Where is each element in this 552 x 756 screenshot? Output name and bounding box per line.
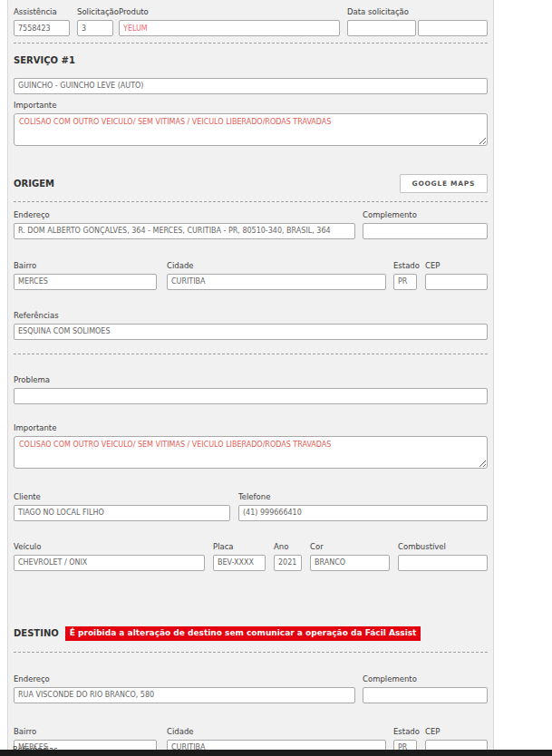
destino-warning-badge: É proibida a alteração de destino sem co… xyxy=(65,626,421,641)
placa-field: Placa xyxy=(213,542,266,571)
service-order-page: Assistência Solicitação Produto Data sol… xyxy=(0,0,552,756)
cliente-field: Cliente xyxy=(14,492,230,521)
separator xyxy=(14,652,488,653)
servico-title: SERVIÇO #1 xyxy=(14,54,488,66)
cliente-input[interactable] xyxy=(14,505,230,521)
produto-input[interactable] xyxy=(119,20,340,36)
ocorrencia-importante-field: Importante COLISAO COM OUTRO VEICULO/ SE… xyxy=(14,423,488,469)
data-solicitacao-date-input[interactable] xyxy=(347,20,416,36)
assistencia-field: Assistência xyxy=(14,7,70,36)
separator xyxy=(14,43,488,44)
ano-field: Ano xyxy=(274,542,302,571)
placa-input[interactable] xyxy=(213,555,266,571)
combustivel-label: Combustível xyxy=(398,542,488,552)
veiculo-label: Veículo xyxy=(14,542,205,552)
destino-endereco-field: Endereço xyxy=(14,674,355,703)
origem-header: ORIGEM GOOGLE MAPS xyxy=(14,174,488,193)
destino-complemento-input[interactable] xyxy=(363,687,488,703)
assistencia-input[interactable] xyxy=(14,20,70,36)
solicitacao-label: Solicitação xyxy=(77,7,113,17)
destino-complemento-field: Complemento xyxy=(363,674,488,703)
telefone-field: Telefone xyxy=(238,492,488,521)
servico-importante-label: Importante xyxy=(14,101,488,111)
separator xyxy=(14,201,488,202)
problema-field: Problema xyxy=(14,375,488,404)
combustivel-field: Combustível xyxy=(398,542,488,571)
veiculo-field: Veículo xyxy=(14,542,205,571)
origem-referencias-input[interactable] xyxy=(14,324,488,340)
telefone-label: Telefone xyxy=(238,492,488,502)
cor-label: Cor xyxy=(310,542,390,552)
cliente-row: Cliente Telefone xyxy=(14,492,488,521)
veiculo-row: Veículo Placa Ano Cor Combustível xyxy=(14,542,488,571)
origem-referencias-field: Referências xyxy=(14,311,488,340)
destino-cidade-label: Cidade xyxy=(167,727,386,737)
form-content: Assistência Solicitação Produto Data sol… xyxy=(7,0,494,750)
origem-estado-label: Estado xyxy=(393,261,417,271)
problema-input[interactable] xyxy=(14,388,488,404)
combustivel-input[interactable] xyxy=(398,555,488,571)
origem-title: ORIGEM xyxy=(14,178,54,189)
origem-complemento-label: Complemento xyxy=(363,210,488,220)
origem-estado-field: Estado xyxy=(393,261,417,290)
bottom-bar xyxy=(0,750,552,756)
assistencia-label: Assistência xyxy=(14,7,70,17)
google-maps-button[interactable]: GOOGLE MAPS xyxy=(400,174,488,193)
produto-label: Produto xyxy=(119,7,340,17)
solicitacao-input[interactable] xyxy=(77,20,113,36)
destino-estado-label: Estado xyxy=(393,727,417,737)
ocorrencia-importante-label: Importante xyxy=(14,423,488,433)
destino-estado-input[interactable] xyxy=(393,740,417,751)
origem-bairro-label: Bairro xyxy=(14,261,157,271)
veiculo-input[interactable] xyxy=(14,555,205,571)
destino-endereco-input[interactable] xyxy=(14,687,355,703)
origem-cidade-label: Cidade xyxy=(167,261,386,271)
solicitacao-field: Solicitação xyxy=(77,7,113,36)
separator xyxy=(14,354,488,354)
servico-tipo-input[interactable] xyxy=(14,78,488,94)
data-solicitacao-field: Data solicitação xyxy=(347,7,488,36)
servico-importante-field: Importante COLISAO COM OUTRO VEICULO/ SE… xyxy=(14,101,488,146)
origem-cidade-input[interactable] xyxy=(167,274,386,290)
origem-bairro-row: Bairro Cidade Estado CEP xyxy=(14,261,488,290)
origem-cep-field: CEP xyxy=(425,261,488,290)
servico-tipo-field xyxy=(14,74,488,94)
origem-estado-input[interactable] xyxy=(393,274,417,290)
destino-bairro-row: Bairro Cidade Estado CEP xyxy=(14,727,488,751)
ocorrencia-importante-textarea[interactable]: COLISAO COM OUTRO VEICULO/ SEM VITIMAS /… xyxy=(14,436,488,469)
ano-input[interactable] xyxy=(274,555,302,571)
cor-input[interactable] xyxy=(310,555,390,571)
origem-endereco-field: Endereço xyxy=(14,210,355,239)
origem-bairro-field: Bairro xyxy=(14,261,157,290)
origem-endereco-input[interactable] xyxy=(14,223,355,239)
destino-endereco-label: Endereço xyxy=(14,674,355,684)
destino-header: DESTINO É proibida a alteração de destin… xyxy=(14,626,488,641)
origem-cep-label: CEP xyxy=(425,261,488,271)
origem-complemento-input[interactable] xyxy=(363,223,488,239)
destino-estado-field: Estado xyxy=(393,727,417,751)
destino-bairro-label: Bairro xyxy=(14,727,157,737)
cor-field: Cor xyxy=(310,542,390,571)
telefone-input[interactable] xyxy=(238,505,488,521)
servico-importante-textarea[interactable]: COLISAO COM OUTRO VEICULO/ SEM VITIMAS /… xyxy=(14,113,488,146)
produto-field: Produto xyxy=(119,7,340,36)
origem-cidade-field: Cidade xyxy=(167,261,386,290)
ano-label: Ano xyxy=(274,542,302,552)
destino-cep-label: CEP xyxy=(425,727,488,737)
origem-bairro-input[interactable] xyxy=(14,274,157,290)
destino-cidade-field: Cidade xyxy=(167,727,386,751)
origem-endereco-row: Endereço Complemento xyxy=(14,210,488,239)
cliente-label: Cliente xyxy=(14,492,230,502)
data-solicitacao-label: Data solicitação xyxy=(347,7,488,17)
destino-cep-field: CEP xyxy=(425,727,488,751)
placa-label: Placa xyxy=(213,542,266,552)
destino-cep-input[interactable] xyxy=(425,740,488,751)
destino-cidade-input[interactable] xyxy=(167,740,386,751)
data-solicitacao-time-input[interactable] xyxy=(418,20,488,36)
header-row: Assistência Solicitação Produto Data sol… xyxy=(14,7,488,36)
origem-endereco-label: Endereço xyxy=(14,210,355,220)
origem-complemento-field: Complemento xyxy=(363,210,488,239)
origem-cep-input[interactable] xyxy=(425,274,488,290)
destino-complemento-label: Complemento xyxy=(363,674,488,684)
destino-title: DESTINO xyxy=(14,627,59,639)
